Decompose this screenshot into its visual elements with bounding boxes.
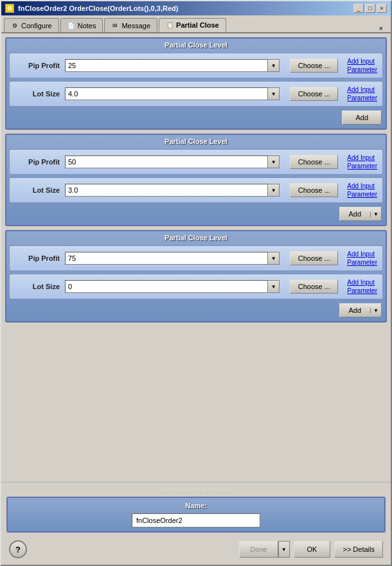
lot-size-choose-btn-1[interactable]: Choose ...: [290, 87, 338, 101]
pip-profit-row-1: Pip Profit ▼ Choose ... Add InputParamet…: [9, 53, 383, 78]
lot-size-dropdown-3[interactable]: ▼: [268, 280, 280, 293]
pip-profit-label-3: Pip Profit: [15, 254, 60, 262]
maximize-button[interactable]: □: [365, 4, 375, 13]
pip-profit-choose-btn-2[interactable]: Choose ...: [290, 155, 338, 169]
action-bar: ? Done ▼ OK >> Details: [6, 536, 386, 562]
pip-profit-dropdown-1[interactable]: ▼: [268, 59, 280, 72]
tab-partial-close[interactable]: 📋 Partial Close: [159, 18, 226, 32]
tab-message-label: Message: [121, 22, 150, 30]
title-bar-left: ⚙ fnCloseOrder2 OrderClose(OrderLots(),0…: [5, 4, 178, 13]
lot-size-row-1: Lot Size ▼ Choose ... Add InputParameter: [9, 81, 383, 107]
lot-size-add-input-2[interactable]: Add InputParameter: [347, 182, 377, 199]
pip-profit-input-3[interactable]: [65, 252, 268, 265]
lot-size-add-input-1[interactable]: Add InputParameter: [347, 85, 377, 102]
close-button[interactable]: ×: [377, 4, 387, 13]
bottom-bar: · · · · · · · · · · · · · Name: ? Done ▼…: [1, 482, 391, 565]
section-1-footer: Add: [9, 109, 383, 126]
tab-partial-close-label: Partial Close: [176, 21, 219, 29]
tab-configure[interactable]: ⚙ Configure: [4, 18, 59, 32]
section-1-title: Partial Close Level: [9, 41, 383, 49]
lot-size-input-wrap-1: ▼: [65, 87, 280, 100]
pip-profit-input-1[interactable]: [65, 59, 268, 72]
lot-size-row-2: Lot Size ▼ Choose ... Add InputParameter: [9, 177, 383, 203]
add-button-2-arrow[interactable]: ▼: [370, 211, 381, 217]
message-tab-icon: ✉: [111, 22, 119, 30]
name-section-title: Name:: [14, 502, 378, 509]
lot-size-input-wrap-3: ▼: [65, 280, 280, 293]
pip-profit-row-3: Pip Profit ▼ Choose ... Add InputParamet…: [9, 245, 383, 271]
pip-profit-add-input-1[interactable]: Add InputParameter: [347, 57, 377, 74]
section-3-footer: Add ▼: [9, 302, 383, 319]
tab-notes-label: Notes: [78, 22, 96, 30]
add-button-2: Add ▼: [339, 207, 382, 221]
add-button-1[interactable]: Add: [342, 111, 382, 125]
section-2-title: Partial Close Level: [9, 137, 383, 145]
tab-configure-label: Configure: [21, 22, 52, 30]
pip-profit-label-2: Pip Profit: [15, 158, 60, 166]
lot-size-add-input-3[interactable]: Add InputParameter: [347, 278, 377, 295]
add-button-3-label[interactable]: Add: [340, 306, 371, 314]
pip-profit-dropdown-3[interactable]: ▼: [268, 252, 280, 265]
done-btn-wrap: Done ▼: [239, 541, 289, 558]
lot-size-label-1: Lot Size: [15, 90, 60, 98]
name-input[interactable]: [132, 513, 260, 527]
window-title: fnCloseOrder2 OrderClose(OrderLots(),0,3…: [18, 4, 178, 12]
pip-profit-choose-btn-1[interactable]: Choose ...: [290, 58, 338, 73]
partial-close-tab-icon: 📋: [166, 21, 174, 29]
pip-profit-dropdown-2[interactable]: ▼: [268, 155, 280, 168]
add-button-2-label[interactable]: Add: [340, 210, 371, 218]
details-button[interactable]: >> Details: [334, 541, 383, 558]
lot-size-choose-btn-3[interactable]: Choose ...: [290, 279, 338, 294]
pip-profit-input-wrap-2: ▼: [65, 155, 280, 168]
section-2-footer: Add ▼: [9, 206, 383, 222]
tab-message[interactable]: ✉ Message: [104, 18, 157, 32]
lot-size-choose-btn-2[interactable]: Choose ...: [290, 183, 338, 197]
lot-size-input-3[interactable]: [65, 280, 268, 293]
lot-size-dropdown-2[interactable]: ▼: [268, 184, 280, 197]
tab-notes[interactable]: 📄 Notes: [60, 18, 103, 32]
lot-size-row-3: Lot Size ▼ Choose ... Add InputParameter: [9, 274, 383, 299]
pip-profit-choose-btn-3[interactable]: Choose ...: [290, 251, 338, 265]
pip-profit-add-input-3[interactable]: Add InputParameter: [347, 250, 377, 267]
pip-profit-input-wrap-3: ▼: [65, 252, 280, 265]
done-button[interactable]: Done: [239, 541, 278, 558]
tab-bar: ⚙ Configure 📄 Notes ✉ Message 📋 Partial …: [1, 15, 391, 33]
lot-size-input-wrap-2: ▼: [65, 184, 280, 197]
name-field-wrap: [14, 513, 378, 527]
pip-profit-label-1: Pip Profit: [15, 62, 60, 69]
partial-close-section-1: Partial Close Level Pip Profit ▼ Choose …: [5, 37, 387, 130]
pip-profit-add-input-2[interactable]: Add InputParameter: [347, 154, 377, 170]
lot-size-label-2: Lot Size: [15, 186, 60, 194]
configure-tab-icon: ⚙: [11, 22, 19, 30]
pip-profit-input-wrap-1: ▼: [65, 59, 280, 72]
section-3-title: Partial Close Level: [9, 234, 383, 242]
pip-profit-input-2[interactable]: [65, 155, 268, 168]
add-button-3-arrow[interactable]: ▼: [370, 308, 381, 314]
lot-size-label-3: Lot Size: [15, 283, 60, 290]
lot-size-input-2[interactable]: [65, 184, 268, 197]
pip-profit-row-2: Pip Profit ▼ Choose ... Add InputParamet…: [9, 149, 383, 175]
window-icon: ⚙: [5, 4, 14, 13]
tab-close-button[interactable]: ×: [377, 24, 386, 32]
partial-close-section-3: Partial Close Level Pip Profit ▼ Choose …: [5, 230, 387, 323]
done-dropdown-button[interactable]: ▼: [278, 541, 290, 558]
lot-size-dropdown-1[interactable]: ▼: [268, 87, 280, 100]
partial-close-section-2: Partial Close Level Pip Profit ▼ Choose …: [5, 134, 387, 226]
title-bar: ⚙ fnCloseOrder2 OrderClose(OrderLots(),0…: [1, 1, 391, 15]
main-content: Partial Close Level Pip Profit ▼ Choose …: [1, 33, 391, 482]
minimize-button[interactable]: _: [353, 4, 364, 13]
name-section: Name:: [6, 497, 386, 533]
main-window: ⚙ fnCloseOrder2 OrderClose(OrderLots(),0…: [0, 0, 392, 566]
add-button-3: Add ▼: [339, 303, 382, 317]
ok-button[interactable]: OK: [294, 541, 331, 558]
notes-tab-icon: 📄: [67, 22, 75, 30]
help-button[interactable]: ?: [9, 540, 27, 558]
title-buttons: _ □ ×: [353, 4, 387, 13]
action-buttons: Done ▼ OK >> Details: [239, 541, 383, 558]
lot-size-input-1[interactable]: [65, 87, 268, 100]
divider: · · · · · · · · · · · · ·: [6, 488, 386, 497]
